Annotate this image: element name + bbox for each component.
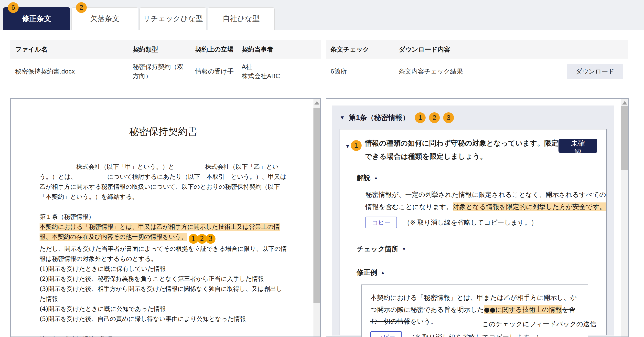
revision-copy-button[interactable]: コピー <box>370 332 402 337</box>
article1-check-section: ▼ 第1条（秘密情報） 1 2 3 ▼ 1 情報の種類の如何に問わず守秘の対象と… <box>332 105 614 336</box>
explanation-toggle[interactable]: 解説 ▲ <box>357 173 597 182</box>
tab-recheck-template[interactable]: リチェックひな型 <box>140 7 206 30</box>
document-scroll-thumb[interactable] <box>314 108 320 303</box>
cell-check-count: 6箇所 <box>326 67 399 76</box>
clause-badge-1[interactable]: 1 <box>188 234 198 244</box>
copy-note: （※ 取り消し線を省略してコピーします。） <box>403 218 538 227</box>
chevron-up-icon[interactable]: ▲ <box>374 175 378 180</box>
cell-download-content: 条文内容チェック結果 <box>399 67 555 76</box>
feedback-link[interactable]: このチェックにフィードバックの送信 <box>482 320 596 329</box>
explanation-highlight-text: 対象となる情報を限定的に列挙した方が安全です。 <box>453 202 606 211</box>
unconfirmed-status-button[interactable]: 未確認 <box>558 139 597 153</box>
header-contract-parties: 契約当事者 <box>242 45 316 54</box>
section-header[interactable]: ▼ 第1条（秘密情報） 1 2 3 <box>340 112 606 123</box>
article1-item-1: (1)開示を受けたときに既に保有していた情報 <box>40 264 287 274</box>
article2-heading: 第２条（秘密情報等の取扱い） <box>40 334 287 337</box>
clause-check-panel: ▼ 第1条（秘密情報） 1 2 3 ▼ 1 情報の種類の如何に問わず守秘の対象と… <box>326 98 628 337</box>
chevron-down-icon[interactable]: ▼ <box>340 114 345 121</box>
article1-item-2: (2)開示を受けた後、秘密保持義務を負うことなく第三者から正当に入手した情報 <box>40 274 287 284</box>
check-location-label: チェック箇所 <box>357 245 398 254</box>
document-title: 秘密保持契約書 <box>40 125 287 138</box>
explanation-copy-row: コピー （※ 取り消し線を省略してコピーします。） <box>366 217 597 228</box>
article1-item-4: (4)開示を受けたときに既に公知であった情報 <box>40 304 287 314</box>
check-table-header: 条文チェック ダウンロード内容 <box>326 40 628 59</box>
result-tabs: 6 修正条文 2 欠落条文 リチェックひな型 自社ひな型 <box>3 7 274 30</box>
check-location-toggle[interactable]: チェック箇所 ▼ <box>357 245 597 254</box>
section-badge-1[interactable]: 1 <box>415 112 426 123</box>
header-download-content: ダウンロード内容 <box>399 45 555 54</box>
tab-company-template[interactable]: 自社ひな型 <box>208 7 274 30</box>
party-2: 株式会社ABC <box>242 71 316 81</box>
chevron-up-icon[interactable]: ▲ <box>381 270 385 275</box>
article1-highlight-line: 本契約における「秘密情報」とは、甲又は乙が相手方に開示した技術上又は営業上の情報… <box>40 222 287 244</box>
revision-label: 修正例 <box>357 268 377 277</box>
document-scrollbar[interactable] <box>314 99 320 337</box>
revision-example-box: 本契約における「秘密情報」とは、甲または乙が相手方に開示し、かつ開示の際に秘密で… <box>361 285 588 337</box>
document-intro: __________株式会社（以下「甲」という。）と__________株式会社… <box>40 162 287 202</box>
cell-contract-type: 秘密保持契約（双方向） <box>133 62 195 81</box>
file-summary-table: ファイル名 契約類型 契約上の立場 契約当事者 秘密保持契約書.docx 秘密保… <box>10 40 321 84</box>
document-content: 秘密保持契約書 __________株式会社（以下「甲」という。）と______… <box>11 99 314 337</box>
party-1: A社 <box>242 62 316 71</box>
cell-contract-parties: A社 株式会社ABC <box>242 62 316 81</box>
highlighted-clause-text: 本契約における「秘密情報」とは、甲又は乙が相手方に開示した技術上又は営業上の情報… <box>40 223 280 241</box>
revision-normal-2: をいう。 <box>410 318 437 325</box>
tab-revised-count-badge: 6 <box>8 2 18 13</box>
explanation-label: 解説 <box>357 173 370 182</box>
section-title: 第1条（秘密情報） <box>349 113 410 123</box>
revision-copy-row: コピー （※ 取り消し線を省略してコピーします。） <box>370 332 579 337</box>
cell-contract-position: 情報の受け手 <box>195 67 242 76</box>
explanation-text: 秘密情報が、一定の列挙された情報に限定されることなく、開示されるすべての情報を含… <box>366 189 610 213</box>
revision-copy-note: （※ 取り消し線を省略してコピーします。） <box>408 333 542 337</box>
section-badge-3[interactable]: 3 <box>443 112 454 123</box>
article1-rest: ただし、開示を受けた当事者が書面によってその根拠を立証できる場合に限り、以下の情… <box>40 244 287 264</box>
article1-item-5: (5)開示を受けた後、自己の責めに帰し得ない事由により公知となった情報 <box>40 314 287 324</box>
tab-revised-label: 修正条文 <box>22 14 51 24</box>
scroll-up-arrow-icon[interactable] <box>314 101 319 104</box>
tab-missing-label: 欠落条文 <box>90 14 120 24</box>
document-preview-panel: 秘密保持契約書 __________株式会社（以下「甲」という。）と______… <box>10 98 321 337</box>
check-table-row: 6箇所 条文内容チェック結果 ダウンロード <box>326 59 628 84</box>
cell-file-name: 秘密保持契約書.docx <box>10 67 133 76</box>
copy-button[interactable]: コピー <box>366 217 397 228</box>
article1-heading: 第１条（秘密情報） <box>40 212 287 222</box>
item-chevron-down-icon[interactable]: ▼ <box>345 143 351 149</box>
section-badge-2[interactable]: 2 <box>429 112 440 123</box>
clause-badge-2[interactable]: 2 <box>197 234 207 244</box>
tab-recheck-label: リチェックひな型 <box>143 14 203 24</box>
check-item-badge[interactable]: 1 <box>351 140 362 151</box>
tab-revised-clauses[interactable]: 6 修正条文 <box>3 7 70 30</box>
header-file-name: ファイル名 <box>10 45 133 54</box>
contract-type-text: 秘密保持契約（双方向） <box>133 62 189 81</box>
clause-badge-3[interactable]: 3 <box>206 234 216 244</box>
check-panel-scrollbar[interactable] <box>621 99 628 337</box>
clause-badges: 1 2 3 <box>190 234 216 244</box>
tab-missing-clauses[interactable]: 2 欠落条文 <box>71 7 138 30</box>
check-panel-scroll-thumb[interactable] <box>621 106 628 170</box>
file-table-row: 秘密保持契約書.docx 秘密保持契約（双方向） 情報の受け手 A社 株式会社A… <box>10 59 321 84</box>
file-table-header: ファイル名 契約類型 契約上の立場 契約当事者 <box>10 40 321 59</box>
header-contract-position: 契約上の立場 <box>195 45 242 54</box>
check-summary-table: 条文チェック ダウンロード内容 6箇所 条文内容チェック結果 ダウンロード <box>326 40 628 84</box>
scroll-up-arrow-icon[interactable] <box>622 101 627 104</box>
check-item-row: ▼ 1 情報の種類の如何に問わず守秘の対象となっています。限定できる場合は種類を… <box>345 137 597 163</box>
revision-highlight: ●●に関する技術上の情報 <box>484 305 562 314</box>
revision-toggle[interactable]: 修正例 ▲ <box>357 268 597 277</box>
tab-company-label: 自社ひな型 <box>222 14 260 24</box>
article1-item-3: (3)開示を受けた後、相手方から開示を受けた情報に関係なく独自に取得し、又は創出… <box>40 284 287 304</box>
check-item-message: 情報の種類の如何に問わず守秘の対象となっています。限定できる場合は種類を限定しま… <box>365 137 559 163</box>
check-item-card: ▼ 1 情報の種類の如何に問わず守秘の対象となっています。限定できる場合は種類を… <box>340 129 606 335</box>
section-badges: 1 2 3 <box>415 112 454 123</box>
tab-missing-count-badge: 2 <box>76 2 87 13</box>
download-button[interactable]: ダウンロード <box>567 64 623 79</box>
chevron-down-icon[interactable]: ▼ <box>402 247 406 252</box>
header-contract-type: 契約類型 <box>133 45 195 54</box>
header-clause-check: 条文チェック <box>326 45 399 54</box>
